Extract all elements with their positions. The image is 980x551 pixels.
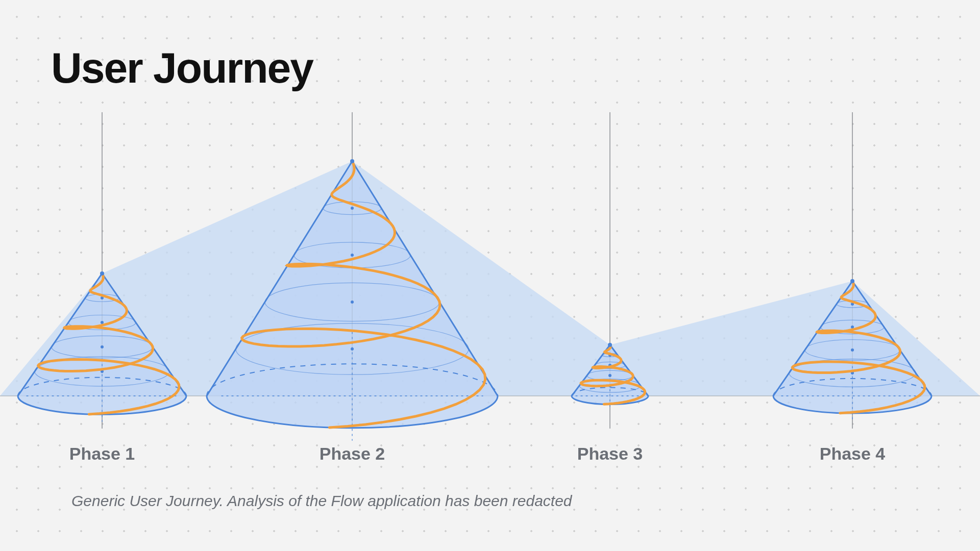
- cone-ring-dot: [101, 345, 104, 348]
- phase-label-2: Phase 2: [320, 444, 385, 464]
- cone-ring-dot: [351, 207, 354, 210]
- cone-ring-dot: [351, 300, 354, 304]
- page-title: User Journey: [51, 43, 313, 93]
- phase-label-4: Phase 4: [820, 444, 886, 464]
- phase-label-1: Phase 1: [69, 444, 135, 464]
- cone-ring-dot: [608, 374, 611, 377]
- cone-apex-dot: [850, 279, 854, 283]
- cone-ring-dot: [101, 321, 104, 324]
- diagram-caption: Generic User Journey. Analysis of the Fl…: [71, 492, 572, 510]
- cone-apex-dot: [350, 159, 354, 163]
- cone-ring-dot: [851, 348, 854, 352]
- cone-apex-dot: [608, 343, 612, 347]
- cone-apex-dot: [100, 271, 104, 276]
- cone-ring-dot: [351, 254, 354, 257]
- phase-label-3: Phase 3: [577, 444, 643, 464]
